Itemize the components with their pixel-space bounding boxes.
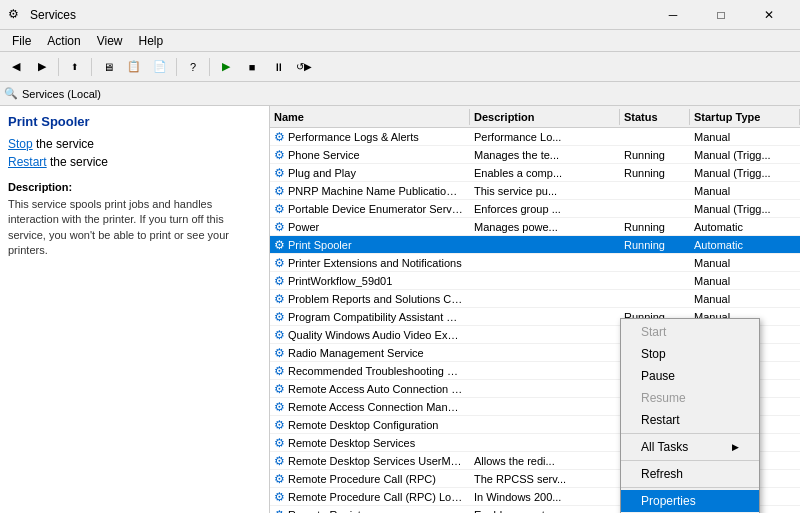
context-menu-separator [621, 460, 759, 461]
row-name: Power [288, 221, 319, 233]
minimize-button[interactable]: ─ [650, 0, 696, 30]
table-row[interactable]: ⚙Problem Reports and Solutions Contr...M… [270, 290, 800, 308]
restart-link[interactable]: Restart [8, 155, 47, 169]
address-bar: 🔍 Services (Local) [0, 82, 800, 106]
row-name: Portable Device Enumerator Service [288, 203, 463, 215]
toolbar-sep-2 [91, 58, 92, 76]
stop-service-button[interactable]: ■ [240, 55, 264, 79]
col-header-status[interactable]: Status [620, 109, 690, 125]
context-menu-item-refresh[interactable]: Refresh [621, 463, 759, 485]
menu-file[interactable]: File [4, 32, 39, 50]
maximize-button[interactable]: □ [698, 0, 744, 30]
row-startup: Manual [690, 292, 800, 306]
properties-button[interactable]: 📄 [148, 55, 172, 79]
row-name-cell: ⚙Program Compatibility Assistant Servi..… [270, 309, 470, 325]
row-startup: Manual [690, 184, 800, 198]
row-desc: Enables remote... [470, 508, 620, 514]
row-name: Remote Procedure Call (RPC) Locator [288, 491, 463, 503]
service-icon: ⚙ [274, 400, 285, 414]
row-name-cell: ⚙Remote Desktop Services [270, 435, 470, 451]
toolbar-sep-4 [209, 58, 210, 76]
main-content: Print Spooler Stop the service Restart t… [0, 106, 800, 513]
row-name: Performance Logs & Alerts [288, 131, 419, 143]
forward-button[interactable]: ▶ [30, 55, 54, 79]
table-row[interactable]: ⚙PowerManages powe...RunningAutomaticLoc… [270, 218, 800, 236]
row-name: Quality Windows Audio Video Experie... [288, 329, 463, 341]
connect-button[interactable]: 📋 [122, 55, 146, 79]
row-status [620, 280, 690, 282]
row-name: Print Spooler [288, 239, 352, 251]
table-row[interactable]: ⚙Printer Extensions and NotificationsMan… [270, 254, 800, 272]
context-menu-item-start: Start [621, 321, 759, 343]
row-name: Printer Extensions and Notifications [288, 257, 462, 269]
desc-title: Description: [8, 181, 261, 193]
service-icon: ⚙ [274, 490, 285, 504]
row-desc: This service pu... [470, 184, 620, 198]
table-row[interactable]: ⚙PrintWorkflow_59d01ManualLocal System [270, 272, 800, 290]
table-row[interactable]: ⚙Plug and PlayEnables a comp...RunningMa… [270, 164, 800, 182]
address-label: 🔍 [4, 87, 18, 100]
row-startup: Automatic [690, 238, 800, 252]
service-icon: ⚙ [274, 472, 285, 486]
close-button[interactable]: ✕ [746, 0, 792, 30]
service-icon: ⚙ [274, 130, 285, 144]
back-button[interactable]: ◀ [4, 55, 28, 79]
context-menu-item-pause[interactable]: Pause [621, 365, 759, 387]
row-name-cell: ⚙Problem Reports and Solutions Contr... [270, 291, 470, 307]
row-desc: Enables a comp... [470, 166, 620, 180]
col-header-startup[interactable]: Startup Type [690, 109, 800, 125]
service-icon: ⚙ [274, 346, 285, 360]
col-header-desc[interactable]: Description [470, 109, 620, 125]
restart-service-button[interactable]: ↺▶ [292, 55, 316, 79]
context-menu-item-restart[interactable]: Restart [621, 409, 759, 431]
row-startup: Manual (Trigg... [690, 148, 800, 162]
row-status: Running [620, 238, 690, 252]
context-menu-item-all-tasks[interactable]: All Tasks [621, 436, 759, 458]
row-desc: Performance Lo... [470, 130, 620, 144]
pause-service-button[interactable]: ⏸ [266, 55, 290, 79]
row-name-cell: ⚙Portable Device Enumerator Service [270, 201, 470, 217]
service-icon: ⚙ [274, 184, 285, 198]
menu-action[interactable]: Action [39, 32, 88, 50]
menu-bar: File Action View Help [0, 30, 800, 52]
col-header-name[interactable]: Name [270, 109, 470, 125]
table-row[interactable]: ⚙Performance Logs & AlertsPerformance Lo… [270, 128, 800, 146]
menu-help[interactable]: Help [131, 32, 172, 50]
service-name-heading: Print Spooler [8, 114, 261, 129]
restart-action: Restart the service [8, 155, 261, 169]
table-row[interactable]: ⚙Phone ServiceManages the te...RunningMa… [270, 146, 800, 164]
toolbar-sep-3 [176, 58, 177, 76]
row-name-cell: ⚙Performance Logs & Alerts [270, 129, 470, 145]
row-name-cell: ⚙Printer Extensions and Notifications [270, 255, 470, 271]
context-menu: StartStopPauseResumeRestartAll TasksRefr… [620, 318, 760, 513]
show-hide-button[interactable]: 🖥 [96, 55, 120, 79]
row-name-cell: ⚙Remote Registry [270, 507, 470, 514]
toolbar: ◀ ▶ ⬆ 🖥 📋 📄 ? ▶ ■ ⏸ ↺▶ [0, 52, 800, 82]
row-desc: Manages the te... [470, 148, 620, 162]
row-desc [470, 298, 620, 300]
row-status: Running [620, 166, 690, 180]
table-row[interactable]: ⚙Print SpoolerRunningAutomaticLocal Syst… [270, 236, 800, 254]
row-desc [470, 388, 620, 390]
row-name-cell: ⚙Remote Desktop Services UserMode Por... [270, 453, 470, 469]
menu-view[interactable]: View [89, 32, 131, 50]
row-desc: Allows the redi... [470, 454, 620, 468]
row-desc [470, 280, 620, 282]
start-service-button[interactable]: ▶ [214, 55, 238, 79]
stop-link[interactable]: Stop [8, 137, 33, 151]
table-row[interactable]: ⚙PNRP Machine Name Publication ServiceTh… [270, 182, 800, 200]
row-name: Remote Procedure Call (RPC) [288, 473, 436, 485]
context-menu-item-stop[interactable]: Stop [621, 343, 759, 365]
row-desc [470, 406, 620, 408]
context-menu-item-properties[interactable]: Properties [621, 490, 759, 512]
row-startup: Manual [690, 274, 800, 288]
up-button[interactable]: ⬆ [63, 55, 87, 79]
row-desc [470, 244, 620, 246]
table-row[interactable]: ⚙Portable Device Enumerator ServiceEnfor… [270, 200, 800, 218]
row-startup: Manual (Trigg... [690, 202, 800, 216]
service-icon: ⚙ [274, 274, 285, 288]
row-name: Problem Reports and Solutions Contr... [288, 293, 463, 305]
help-button[interactable]: ? [181, 55, 205, 79]
service-icon: ⚙ [274, 202, 285, 216]
row-name-cell: ⚙Quality Windows Audio Video Experie... [270, 327, 470, 343]
